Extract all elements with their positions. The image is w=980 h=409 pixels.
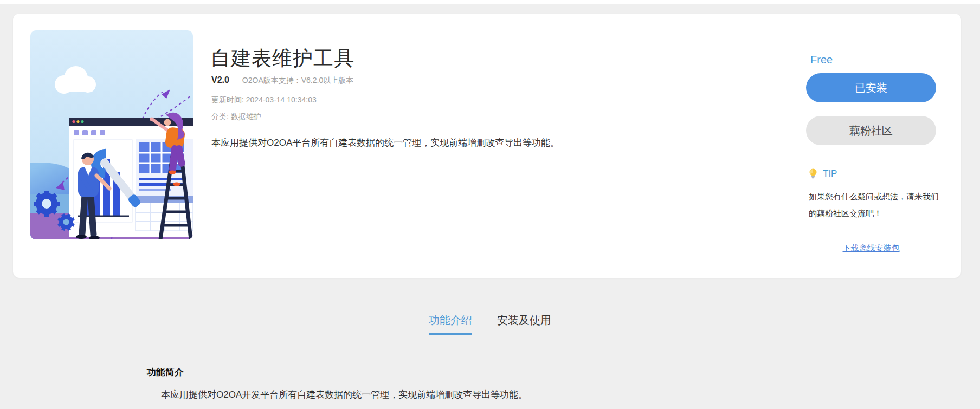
tab-feature-intro[interactable]: 功能介绍 (429, 313, 472, 335)
updated-at: 更新时间: 2024-03-14 10:34:03 (211, 95, 317, 105)
installed-button[interactable]: 已安装 (806, 73, 936, 102)
app-cover-illustration (30, 30, 193, 239)
browser-top-strip (0, 0, 980, 4)
tab-install-usage[interactable]: 安装及使用 (497, 313, 551, 335)
version-line: V2.0 O2OA版本支持：V6.2.0以上版本 (211, 75, 353, 86)
app-version: V2.0 (211, 75, 229, 85)
lightbulb-icon (809, 168, 817, 179)
tip-text: 如果您有什么疑问或想法，请来我们的藕粉社区交流吧！ (809, 188, 944, 222)
tip-header: TIP (809, 168, 837, 179)
tip-title: TIP (823, 168, 837, 179)
price-label: Free (810, 54, 833, 66)
community-button[interactable]: 藕粉社区 (806, 116, 936, 145)
download-offline-package-link[interactable]: 下载离线安装包 (806, 243, 936, 254)
app-title: 自建表维护工具 (210, 45, 354, 72)
illustration-svg (30, 30, 193, 239)
platform-support: O2OA版本支持：V6.2.0以上版本 (242, 76, 353, 85)
app-category: 分类: 数据维护 (211, 112, 261, 122)
section-heading: 功能简介 (147, 366, 184, 379)
section-body: 本应用提供对O2OA开发平台所有自建表数据的统一管理，实现前端增删改查导出等功能… (161, 388, 811, 402)
app-detail-card: 自建表维护工具 V2.0 O2OA版本支持：V6.2.0以上版本 更新时间: 2… (13, 14, 961, 278)
detail-tabs: 功能介绍 安装及使用 (0, 313, 980, 335)
app-description: 本应用提供对O2OA平台所有自建表数据的统一管理，实现前端增删改查导出等功能。 (211, 136, 710, 150)
